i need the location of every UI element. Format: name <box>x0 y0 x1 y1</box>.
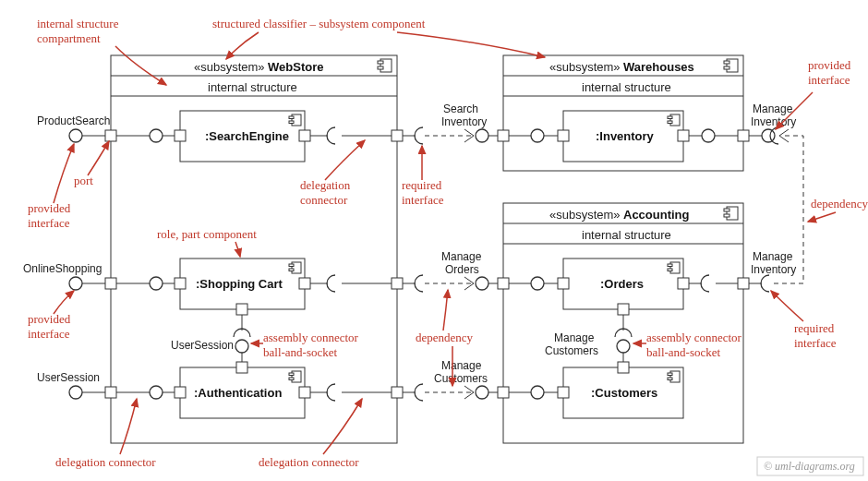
svg-text:connector: connector <box>300 193 348 207</box>
uml-component-diagram: «subsystem» WebStore internal structure … <box>0 0 868 481</box>
svg-text:interface: interface <box>28 327 70 341</box>
svg-rect-22 <box>299 278 310 289</box>
ann-provided-tr: provided interface <box>776 58 851 129</box>
svg-text:role, part component: role, part component <box>157 227 257 241</box>
svg-text:interface: interface <box>402 193 444 207</box>
svg-rect-27 <box>289 373 294 376</box>
interface-usersession: UserSession <box>37 371 105 399</box>
svg-text:«subsystem»: «subsystem» <box>194 60 265 74</box>
svg-rect-46 <box>558 130 569 141</box>
svg-point-93 <box>150 129 163 142</box>
svg-rect-47 <box>678 130 689 141</box>
svg-text:dependency: dependency <box>416 331 474 344</box>
svg-point-99 <box>150 386 163 399</box>
svg-text:delegation connector: delegation connector <box>55 455 156 469</box>
svg-text:required: required <box>402 178 442 192</box>
part-customers: :Customers <box>558 362 683 418</box>
part-shoppingcart: :Shopping Cart <box>175 259 310 315</box>
svg-rect-69 <box>668 378 672 380</box>
interface-productsearch: ProductSearch <box>37 114 110 142</box>
label-manageinventory2: Manage Inventory <box>751 250 796 276</box>
svg-rect-12 <box>289 116 294 119</box>
dependency-manageorders: Manage Orders <box>425 250 498 290</box>
svg-rect-78 <box>498 130 509 141</box>
dependency-searchinventory: Search Inventory <box>425 102 498 142</box>
svg-rect-20 <box>289 269 294 271</box>
svg-text:assembly connector: assembly connector <box>646 331 742 344</box>
svg-rect-40 <box>724 66 729 69</box>
svg-rect-64 <box>618 304 629 315</box>
svg-text:assembly connector: assembly connector <box>263 331 359 344</box>
svg-text:Inventory: Inventory <box>751 263 796 276</box>
svg-text:Inventory: Inventory <box>751 115 796 128</box>
svg-text::Orders: :Orders <box>600 277 644 291</box>
svg-text:internal structure: internal structure <box>582 228 671 242</box>
svg-text:internal structure: internal structure <box>582 80 671 94</box>
svg-rect-28 <box>289 378 294 380</box>
svg-text:provided: provided <box>28 201 71 215</box>
svg-text:Orders: Orders <box>445 263 479 276</box>
svg-rect-56 <box>724 214 729 217</box>
svg-text:ProductSearch: ProductSearch <box>37 114 110 127</box>
svg-text:Customers: Customers <box>434 372 488 385</box>
svg-point-125 <box>476 277 488 290</box>
svg-point-86 <box>69 277 82 290</box>
part-inventory: :Inventory <box>558 111 689 162</box>
svg-rect-80 <box>498 278 509 289</box>
svg-text:interface: interface <box>808 73 850 87</box>
svg-point-96 <box>150 277 163 290</box>
svg-rect-45 <box>668 121 672 124</box>
svg-text:required: required <box>794 321 835 335</box>
svg-rect-76 <box>392 278 403 289</box>
svg-text:provided: provided <box>28 312 71 326</box>
svg-text::SearchEngine: :SearchEngine <box>205 129 289 143</box>
svg-text:OnlineShopping: OnlineShopping <box>23 262 102 275</box>
svg-text:Manage: Manage <box>441 359 482 372</box>
svg-point-133 <box>476 386 488 399</box>
ann-required2: required interface <box>771 291 837 350</box>
part-orders: :Orders <box>558 259 689 315</box>
svg-rect-77 <box>392 387 403 398</box>
svg-text:delegation connector: delegation connector <box>259 455 359 469</box>
svg-rect-55 <box>724 209 729 211</box>
svg-text:UserSession: UserSession <box>171 339 234 352</box>
interface-onlineshopping: OnlineShopping <box>23 262 105 290</box>
svg-rect-44 <box>668 116 672 119</box>
svg-rect-19 <box>289 264 294 267</box>
svg-rect-71 <box>618 362 629 373</box>
svg-rect-15 <box>299 130 310 141</box>
svg-rect-74 <box>105 387 116 398</box>
svg-rect-13 <box>289 121 294 124</box>
part-searchengine: :SearchEngine <box>175 111 310 162</box>
svg-text:WebStore: WebStore <box>268 60 323 74</box>
svg-rect-68 <box>668 373 672 376</box>
svg-text:interface: interface <box>794 336 837 350</box>
ann-provided-bl: provided interface <box>28 144 74 230</box>
part-authentication: :Authentication <box>175 362 310 418</box>
svg-text:Inventory: Inventory <box>441 115 487 128</box>
svg-rect-72 <box>105 130 116 141</box>
svg-rect-75 <box>392 130 403 141</box>
svg-rect-63 <box>678 278 689 289</box>
svg-point-83 <box>69 129 82 142</box>
svg-rect-81 <box>498 387 509 398</box>
ann-structured-classifier: structured classifier – subsystem compon… <box>212 17 545 59</box>
svg-point-111 <box>476 129 488 142</box>
svg-text:provided: provided <box>808 58 851 72</box>
svg-point-115 <box>531 129 544 142</box>
svg-point-121 <box>762 129 775 142</box>
svg-point-150 <box>617 340 630 353</box>
svg-rect-39 <box>724 61 729 64</box>
svg-text:structured classifier – subsys: structured classifier – subsystem compon… <box>212 17 426 30</box>
svg-rect-70 <box>558 387 569 398</box>
svg-text::Inventory: :Inventory <box>596 129 655 143</box>
svg-text::Shopping Cart: :Shopping Cart <box>196 277 283 291</box>
svg-text::Customers: :Customers <box>591 386 657 400</box>
svg-rect-31 <box>236 362 247 373</box>
svg-rect-82 <box>738 278 749 289</box>
svg-text:ball-and-socket: ball-and-socket <box>646 345 721 359</box>
svg-text:Manage: Manage <box>753 102 793 115</box>
ann-port: port <box>74 141 109 187</box>
svg-rect-21 <box>175 278 186 289</box>
svg-text:Manage: Manage <box>441 250 482 263</box>
